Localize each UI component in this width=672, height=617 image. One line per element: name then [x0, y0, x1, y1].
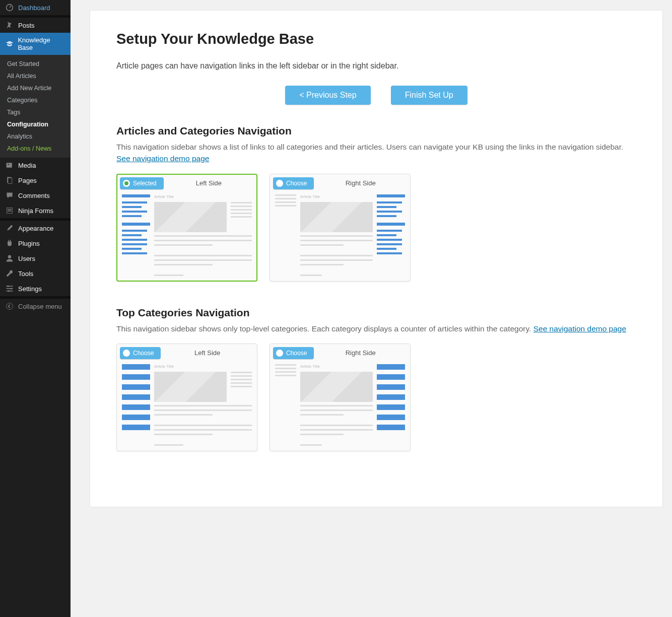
- admin-sidebar: Dashboard Posts Knowledge Base Get Start…: [0, 0, 71, 617]
- form-icon: [5, 207, 14, 215]
- sliders-icon: [5, 285, 14, 293]
- comments-icon: [5, 191, 14, 199]
- previous-step-button[interactable]: < Previous Step: [285, 86, 370, 105]
- subnav-all-articles[interactable]: All Articles: [0, 70, 71, 82]
- subnav-get-started[interactable]: Get Started: [0, 58, 71, 70]
- brush-icon: [5, 224, 14, 232]
- nav-settings[interactable]: Settings: [0, 281, 71, 296]
- svg-rect-1: [7, 163, 12, 168]
- option-label: Right Side: [314, 179, 407, 187]
- svg-point-8: [8, 255, 11, 258]
- nav-posts[interactable]: Posts: [0, 18, 71, 33]
- section2-title: Top Categories Navigation: [116, 307, 636, 319]
- layout-preview: Article Title: [120, 362, 254, 448]
- nav-tools[interactable]: Tools: [0, 266, 71, 281]
- nav-collapse[interactable]: Collapse menu: [0, 299, 71, 314]
- option-articles-right[interactable]: Choose Right Side Article Title: [270, 174, 411, 282]
- option-label: Left Side: [164, 179, 254, 187]
- option-categories-right[interactable]: Choose Right Side Article Title: [270, 344, 411, 451]
- option-categories-left[interactable]: Choose Left Side Article Title: [116, 344, 257, 451]
- option-label: Right Side: [314, 349, 407, 357]
- svg-rect-4: [8, 178, 12, 183]
- radio-indicator: [123, 180, 130, 187]
- dashboard-icon: [5, 4, 14, 12]
- finish-setup-button[interactable]: Finish Set Up: [391, 86, 467, 105]
- page-intro: Article pages can have navigation links …: [116, 61, 636, 71]
- layout-preview: Article Title: [273, 192, 407, 278]
- select-button[interactable]: Choose: [273, 347, 314, 359]
- section1-demo-link[interactable]: See navigation demo page: [116, 154, 209, 163]
- radio-indicator: [123, 350, 130, 357]
- subnav-tags[interactable]: Tags: [0, 106, 71, 118]
- section2-demo-link[interactable]: See navigation demo page: [533, 324, 626, 333]
- section1-title: Articles and Categories Navigation: [116, 125, 636, 137]
- layout-preview: Article Title: [273, 362, 407, 448]
- nav-appearance[interactable]: Appearance: [0, 221, 71, 236]
- graduation-cap-icon: [5, 40, 14, 48]
- layout-preview: Article Title: [120, 192, 254, 278]
- svg-rect-6: [8, 209, 12, 210]
- svg-point-15: [7, 303, 13, 310]
- svg-point-13: [11, 288, 12, 289]
- subnav-addons[interactable]: Add-ons / News: [0, 143, 71, 155]
- select-button[interactable]: Selected: [120, 177, 164, 189]
- pages-icon: [5, 176, 14, 184]
- nav-media[interactable]: Media: [0, 158, 71, 173]
- subnav-analytics[interactable]: Analytics: [0, 130, 71, 143]
- wrench-icon: [5, 269, 14, 278]
- svg-point-2: [8, 164, 9, 165]
- select-button[interactable]: Choose: [273, 177, 314, 189]
- main-content: Setup Your Knowledge Base Article pages …: [71, 0, 672, 617]
- subnav-add-new[interactable]: Add New Article: [0, 82, 71, 94]
- nav-dashboard[interactable]: Dashboard: [0, 0, 71, 15]
- media-icon: [5, 161, 14, 169]
- subnav-categories[interactable]: Categories: [0, 94, 71, 106]
- radio-indicator: [276, 350, 283, 357]
- user-icon: [5, 254, 14, 262]
- svg-point-14: [8, 290, 10, 292]
- option-articles-left[interactable]: Selected Left Side Article Title: [116, 174, 257, 282]
- nav-ninja-forms[interactable]: Ninja Forms: [0, 203, 71, 218]
- plug-icon: [5, 239, 14, 247]
- radio-indicator: [276, 180, 283, 187]
- nav-plugins[interactable]: Plugins: [0, 236, 71, 251]
- nav-kb-submenu: Get Started All Articles Add New Article…: [0, 55, 71, 158]
- svg-point-12: [7, 286, 9, 287]
- section2-desc: This navigation sidebar shows only top-l…: [116, 323, 636, 334]
- select-button[interactable]: Choose: [120, 347, 161, 359]
- option-label: Left Side: [161, 349, 254, 357]
- page-title: Setup Your Knowledge Base: [116, 31, 636, 47]
- nav-comments[interactable]: Comments: [0, 188, 71, 203]
- nav-pages[interactable]: Pages: [0, 173, 71, 188]
- nav-knowledge-base[interactable]: Knowledge Base: [0, 33, 71, 55]
- collapse-icon: [5, 302, 14, 310]
- subnav-configuration[interactable]: Configuration: [0, 118, 71, 130]
- pin-icon: [5, 21, 14, 29]
- nav-users[interactable]: Users: [0, 251, 71, 266]
- section1-desc: This navigation sidebar shows a list of …: [116, 141, 636, 165]
- svg-rect-7: [8, 211, 12, 212]
